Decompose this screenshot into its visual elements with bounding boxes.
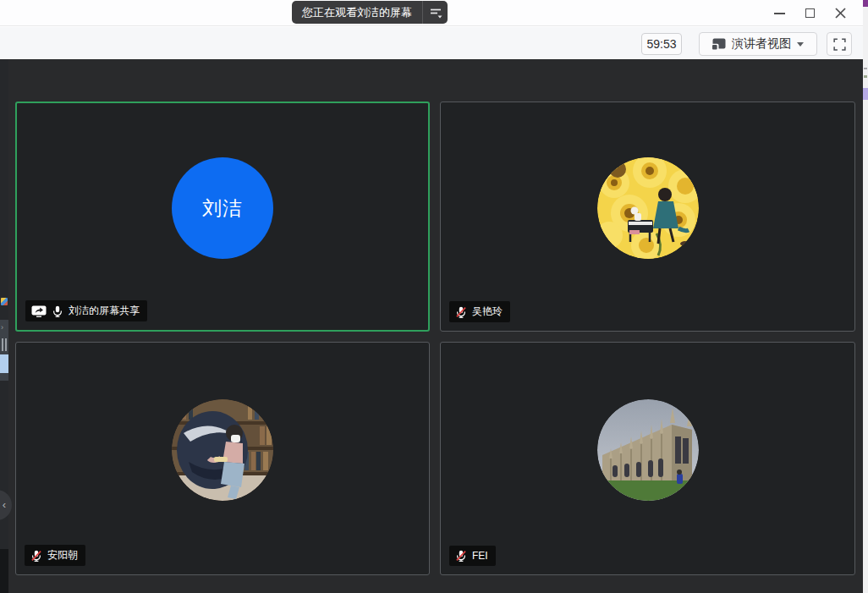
- participant-tile-wu-yanling[interactable]: 吴艳玲: [440, 102, 855, 332]
- speaker-view-layout-icon: [712, 38, 726, 50]
- meeting-window: 您正在观看刘洁的屏幕: [0, 0, 868, 593]
- microphone-muted-icon: [455, 305, 467, 319]
- view-selector-label: 演讲者视图: [732, 36, 791, 52]
- background-titlebar-fragment: [863, 0, 868, 7]
- chevron-down-icon: [797, 42, 804, 47]
- microphone-on-icon: [52, 305, 63, 318]
- background-highlight-fragment: [863, 88, 868, 100]
- background-glyph-fragment: [864, 75, 867, 78]
- participant-tile-an-yang-chao[interactable]: 安阳朝: [15, 342, 430, 575]
- chevron-left-icon: ‹: [3, 498, 6, 511]
- participant-name-text: FEI: [472, 550, 488, 562]
- participant-tile-liu-jie-screen-share[interactable]: 刘洁 刘洁的屏幕共享: [15, 102, 430, 332]
- participant-avatar-photo: [172, 399, 273, 501]
- tiny-app-icon: [1, 298, 8, 305]
- participant-avatar-initials: 刘洁: [172, 157, 273, 259]
- avatar-initials-text: 刘洁: [202, 195, 243, 222]
- sunflower-avatar-image: [597, 157, 699, 259]
- microphone-muted-icon: [30, 549, 42, 563]
- maximize-icon: [805, 8, 815, 18]
- window-controls: [766, 3, 853, 24]
- maximize-button[interactable]: [797, 3, 822, 24]
- banner-menu-button[interactable]: [422, 1, 448, 24]
- participant-avatar-photo: [597, 157, 699, 259]
- participant-name-badge: 吴艳玲: [449, 301, 510, 322]
- participant-name-badge: FEI: [449, 546, 496, 566]
- participant-name-badge: 刘洁的屏幕共享: [25, 300, 147, 321]
- video-grid-stage: 刘洁 刘洁的屏幕共享: [8, 59, 863, 593]
- background-window-right-edge: [863, 0, 868, 593]
- close-icon: [835, 8, 846, 19]
- meeting-timer: 59:53: [641, 33, 682, 55]
- scrollbar-fragment: [0, 354, 8, 373]
- meeting-toolbar: 59:53 演讲者视图: [0, 27, 863, 59]
- participant-tile-fei[interactable]: FEI: [440, 342, 855, 575]
- participant-name-text: 安阳朝: [47, 548, 78, 563]
- microphone-muted-icon: [455, 549, 467, 563]
- watching-banner-text: 您正在观看刘洁的屏幕: [292, 5, 422, 20]
- minimize-icon: [774, 13, 785, 14]
- list-menu-icon: [429, 7, 442, 19]
- minimize-button[interactable]: [766, 3, 792, 24]
- screen-share-icon: [31, 305, 47, 317]
- close-button[interactable]: [827, 3, 853, 24]
- cathedral-photo-avatar-image: [597, 399, 699, 501]
- chevron-right-icon[interactable]: ›: [1, 323, 3, 332]
- participant-avatar-photo: [597, 399, 699, 501]
- participant-name-text: 吴艳玲: [472, 305, 503, 319]
- participant-name-badge: 安阳朝: [25, 545, 85, 566]
- fullscreen-button[interactable]: [827, 32, 852, 56]
- watching-banner: 您正在观看刘洁的屏幕: [292, 1, 448, 24]
- background-glyph-fragment: [864, 68, 867, 69]
- background-dark-fragment: [0, 549, 8, 593]
- participant-name-text: 刘洁的屏幕共享: [69, 304, 140, 318]
- fullscreen-icon: [833, 38, 846, 51]
- drag-handle[interactable]: [2, 338, 7, 351]
- library-photo-avatar-image: [172, 399, 273, 501]
- view-selector-button[interactable]: 演讲者视图: [699, 32, 817, 56]
- window-titlebar: 您正在观看刘洁的屏幕: [0, 0, 863, 26]
